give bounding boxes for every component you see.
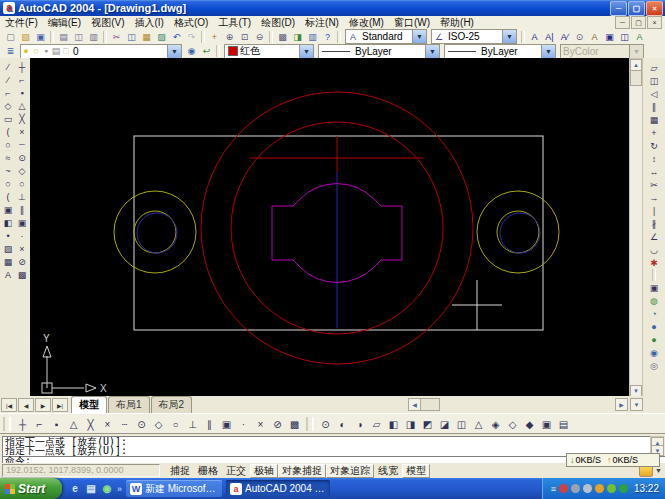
qnew-icon[interactable]: ▢	[3, 30, 18, 43]
snap-extension-icon[interactable]: ┄	[116, 416, 133, 432]
line-icon[interactable]: ∕	[1, 60, 15, 73]
overflow-chevron-icon[interactable]: »	[117, 484, 122, 494]
ellipse-arc-icon[interactable]: (	[1, 190, 15, 203]
spline-icon[interactable]: ~	[1, 164, 15, 177]
menu-item[interactable]: 工具(T)	[213, 16, 256, 30]
ucs-origin-icon[interactable]: ◪	[436, 416, 453, 432]
minimize-button[interactable]: ─	[610, 1, 627, 16]
snap-toggle[interactable]: 捕捉	[166, 464, 194, 478]
snap-node-icon[interactable]: ·	[15, 229, 29, 242]
menu-item[interactable]: 标注(N)	[300, 16, 344, 30]
front-view-icon[interactable]: ◑	[351, 416, 368, 432]
lineweight-toggle[interactable]: 线宽	[374, 464, 402, 478]
layer-color-icon[interactable]: □	[61, 46, 71, 56]
publish-icon[interactable]: ▥	[86, 30, 101, 43]
snap-quadrant-icon[interactable]: ◇	[150, 416, 167, 432]
task-button-autocad[interactable]: a AutoCAD 2004 - [Dra...	[226, 480, 330, 497]
chamfer-icon[interactable]: ∠	[647, 230, 661, 243]
zoom-window-icon[interactable]: ⊡	[237, 30, 252, 43]
stretch-icon[interactable]: ↔	[647, 165, 661, 178]
text-style-combo[interactable]: A Standard ▼	[345, 29, 427, 44]
tray-icon-4[interactable]	[595, 484, 604, 493]
snap-quadrant-icon[interactable]: ◇	[15, 164, 29, 177]
grid-toggle[interactable]: 栅格	[194, 464, 222, 478]
snap-from-icon[interactable]: ⌐	[31, 416, 48, 432]
redo-icon[interactable]: ↷	[184, 30, 199, 43]
copy-icon[interactable]: ◫	[124, 30, 139, 43]
snap-apparent-intersection-icon[interactable]: ×	[15, 125, 29, 138]
offset-icon[interactable]: ∥	[647, 100, 661, 113]
region-icon[interactable]: ▦	[1, 255, 15, 268]
plot-preview-icon[interactable]: ◫	[71, 30, 86, 43]
mirror-icon[interactable]: ◁	[647, 87, 661, 100]
text-style-manager-icon[interactable]: A	[587, 30, 602, 43]
wireframe-icon[interactable]: ◎	[647, 359, 661, 372]
color-combo[interactable]: 红色 ▼	[224, 44, 314, 59]
ucs-3point-icon[interactable]: △	[470, 416, 487, 432]
osnap-settings-icon[interactable]: ▩	[286, 416, 303, 432]
shade-icon[interactable]: ◍	[647, 294, 661, 307]
lineweight-combo[interactable]: ByLayer ▼	[444, 44, 556, 59]
menu-item[interactable]: 帮助(H)	[435, 16, 479, 30]
layer-plot-icon[interactable]: ▤	[51, 46, 61, 56]
open-icon[interactable]: ▧	[18, 30, 33, 43]
task-button-word[interactable]: W 新建 Microsoft Word ...	[126, 480, 222, 497]
menu-item[interactable]: 视图(V)	[86, 16, 129, 30]
polyline-icon[interactable]: ⌐	[1, 86, 15, 99]
tray-icon-2[interactable]	[571, 484, 580, 493]
circle-icon[interactable]: ○	[1, 138, 15, 151]
insert-block-icon[interactable]: ▣	[1, 203, 15, 216]
toolbar-grip[interactable]	[306, 417, 314, 431]
dropdown-arrow-icon[interactable]: ▼	[299, 45, 313, 58]
tray-icon-5[interactable]	[607, 484, 616, 493]
hatch-icon[interactable]: ▨	[1, 242, 15, 255]
snap-nearest-icon[interactable]: ×	[15, 242, 29, 255]
snap-nearest-icon[interactable]: ×	[252, 416, 269, 432]
osnap-toggle[interactable]: 对象捕捉	[278, 464, 326, 478]
ie-icon[interactable]: e	[68, 482, 82, 496]
menu-item[interactable]: 插入(I)	[129, 16, 168, 30]
snap-tangent-icon[interactable]: ○	[167, 416, 184, 432]
ucs-apply-icon[interactable]: ▣	[538, 416, 555, 432]
named-views-icon[interactable]: ⊙	[317, 416, 334, 432]
plot-icon[interactable]: ▤	[56, 30, 71, 43]
snap-from-icon[interactable]: ⌐	[15, 73, 29, 86]
snap-perpendicular-icon[interactable]: ⊥	[184, 416, 201, 432]
paste-icon[interactable]: ▦	[139, 30, 154, 43]
snap-center-icon[interactable]: ⊙	[133, 416, 150, 432]
menu-item[interactable]: 编辑(E)	[43, 16, 86, 30]
doc-restore-button[interactable]: ▢	[631, 16, 646, 29]
ucs-previous-icon[interactable]: ▤	[555, 416, 572, 432]
tray-icon-1[interactable]	[559, 484, 568, 493]
layer-previous-icon[interactable]: ↩	[199, 45, 214, 58]
dropdown-arrow-icon[interactable]: ▼	[425, 45, 439, 58]
horizontal-scrollbar[interactable]: ◀ ▶	[408, 398, 628, 410]
mtext-icon[interactable]: A	[1, 268, 15, 281]
ucs-rotate-y-icon[interactable]: ◇	[504, 416, 521, 432]
single-text-icon[interactable]: A|	[542, 30, 557, 43]
tab-layout2[interactable]: 布局2	[151, 396, 193, 413]
scroll-down-icon[interactable]: ▼	[630, 398, 643, 411]
menu-item[interactable]: 文件(F)	[0, 16, 43, 30]
snap-tangent-icon[interactable]: ○	[15, 177, 29, 190]
edit-text-icon[interactable]: A∕	[557, 30, 572, 43]
justify-text-icon[interactable]: ◫	[617, 30, 632, 43]
ucs-rotate-z-icon[interactable]: ◆	[521, 416, 538, 432]
dropdown-arrow-icon[interactable]: ▼	[412, 30, 426, 43]
vertical-scrollbar[interactable]: ▲ ▼	[629, 58, 643, 398]
tab-first-button[interactable]: |◀	[1, 398, 17, 412]
tray-icon-6[interactable]	[619, 484, 628, 493]
snap-endpoint-icon[interactable]: ▪	[15, 86, 29, 99]
shade-gouraud-icon[interactable]: ●	[647, 333, 661, 346]
tray-icon-3[interactable]	[583, 484, 592, 493]
toolbar-grip[interactable]	[3, 417, 11, 431]
snap-midpoint-icon[interactable]: △	[65, 416, 82, 432]
ucs-world-icon[interactable]: ▱	[368, 416, 385, 432]
zoom-previous-icon[interactable]: ⊖	[252, 30, 267, 43]
start-button[interactable]: Start	[0, 478, 62, 499]
snap-parallel-icon[interactable]: ∥	[15, 203, 29, 216]
menu-item[interactable]: 窗口(W)	[389, 16, 435, 30]
shade-flat-icon[interactable]: ●	[647, 320, 661, 333]
scale-text-icon[interactable]: ▣	[602, 30, 617, 43]
match-properties-icon[interactable]: ▨	[154, 30, 169, 43]
